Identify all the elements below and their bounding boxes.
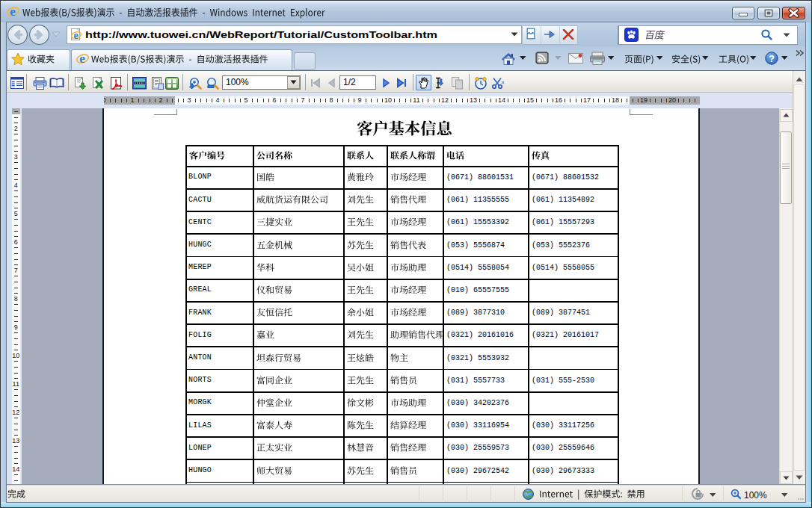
svg-text:e: e bbox=[73, 30, 78, 40]
svg-text:e: e bbox=[79, 52, 85, 65]
svg-text:e: e bbox=[10, 5, 16, 18]
svg-text:?: ? bbox=[769, 54, 775, 64]
